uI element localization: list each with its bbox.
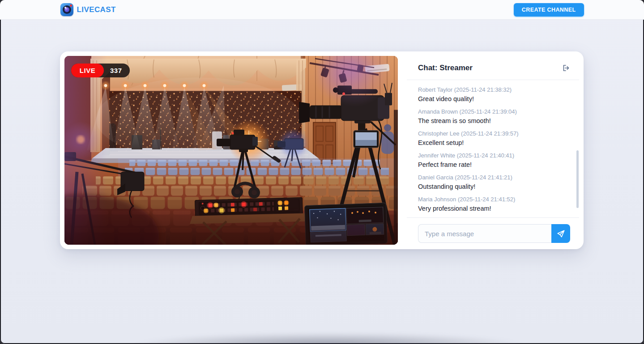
message-meta: Maria Johnson (2025-11-24 21:41:52): [418, 196, 568, 203]
chat-message: Daniel Garcia (2025-11-24 21:41:21) Outs…: [418, 174, 568, 190]
message-meta: Jennifer White (2025-11-24 21:40:41): [418, 152, 568, 159]
message-meta: Robert Taylor (2025-11-24 21:38:32): [418, 86, 568, 93]
chat-panel: Chat: Streamer Robert Taylor (2025-11-24…: [407, 56, 579, 245]
message-text: The stream is so smooth!: [418, 117, 568, 124]
leave-chat-button[interactable]: [560, 63, 571, 73]
message-meta: Amanda Brown (2025-11-24 21:39:04): [418, 108, 568, 115]
chat-message: Jennifer White (2025-11-24 21:40:41) Per…: [418, 152, 568, 168]
brand-logo[interactable]: LIVECAST: [60, 3, 116, 16]
chat-title: Chat: Streamer: [418, 64, 473, 72]
chat-message: Amanda Brown (2025-11-24 21:39:04) The s…: [418, 108, 568, 124]
camera-icon: [60, 3, 73, 16]
send-icon: [557, 229, 565, 238]
chat-message: Maria Johnson (2025-11-24 21:41:52) Very…: [418, 196, 568, 212]
chat-message-list[interactable]: Robert Taylor (2025-11-24 21:38:32) Grea…: [407, 80, 579, 217]
chat-input-row: [407, 217, 579, 245]
stream-scene: [64, 56, 398, 245]
bottom-shadow: [129, 332, 528, 344]
send-message-button[interactable]: [551, 224, 570, 243]
exit-icon: [561, 64, 570, 72]
message-text: Great video quality!: [418, 95, 568, 102]
chat-scrollbar[interactable]: [576, 150, 579, 208]
message-text: Outstanding quality!: [418, 183, 568, 190]
message-text: Perfect frame rate!: [418, 161, 568, 168]
chat-message: Robert Taylor (2025-11-24 21:38:32) Grea…: [418, 86, 568, 102]
message-text: Excellent setup!: [418, 139, 568, 146]
live-video[interactable]: LIVE 337: [64, 56, 398, 245]
app-window: LIVECAST CREATE CHANNEL: [0, 0, 644, 344]
live-badge: LIVE 337: [71, 64, 130, 77]
viewer-count: 337: [104, 67, 130, 74]
live-indicator: LIVE: [71, 64, 104, 77]
chat-header: Chat: Streamer: [407, 56, 579, 80]
create-channel-button[interactable]: CREATE CHANNEL: [514, 3, 584, 17]
message-meta: Christopher Lee (2025-11-24 21:39:57): [418, 130, 568, 137]
top-navigation-bar: LIVECAST CREATE CHANNEL: [0, 0, 644, 20]
stream-card: LIVE 337 Chat: Streamer Robert Taylor (2…: [60, 51, 584, 249]
message-text: Very professional stream!: [418, 205, 568, 212]
record-dot-icon: [70, 4, 72, 7]
chat-message-input[interactable]: [418, 224, 551, 243]
brand-name: LIVECAST: [77, 5, 116, 14]
message-meta: Daniel Garcia (2025-11-24 21:41:21): [418, 174, 568, 181]
chat-message: Christopher Lee (2025-11-24 21:39:57) Ex…: [418, 130, 568, 146]
